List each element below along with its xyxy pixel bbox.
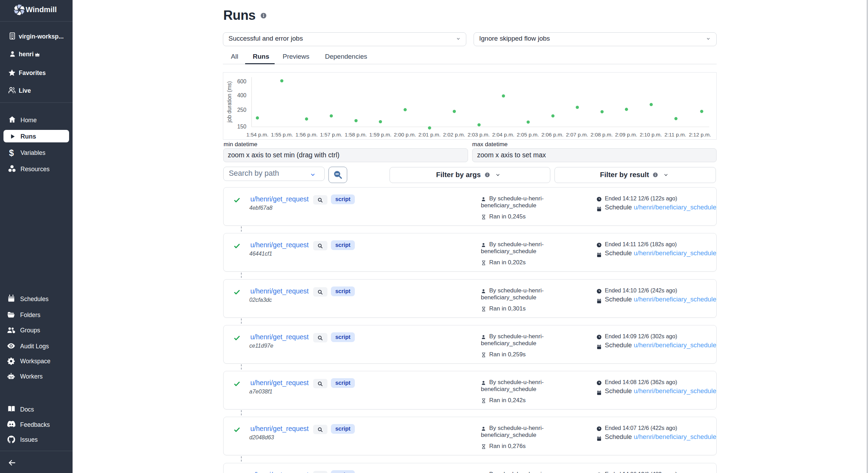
svg-text:2:12 p.m.: 2:12 p.m. (689, 132, 711, 138)
svg-text:1:57 p.m.: 1:57 p.m. (320, 132, 342, 138)
svg-text:2:08 p.m.: 2:08 p.m. (591, 132, 613, 138)
svg-text:150: 150 (237, 124, 247, 130)
svg-text:2:10 p.m.: 2:10 p.m. (640, 132, 662, 138)
svg-text:1:55 p.m.: 1:55 p.m. (271, 132, 293, 138)
svg-text:2:02 p.m.: 2:02 p.m. (443, 132, 465, 138)
svg-text:1:58 p.m.: 1:58 p.m. (345, 132, 367, 138)
svg-text:2:05 p.m.: 2:05 p.m. (517, 132, 539, 138)
svg-text:250: 250 (237, 107, 247, 113)
svg-text:2:03 p.m.: 2:03 p.m. (468, 132, 490, 138)
svg-text:job duration (ms): job duration (ms) (226, 81, 232, 123)
svg-text:2:07 p.m.: 2:07 p.m. (566, 132, 588, 138)
svg-text:2:01 p.m.: 2:01 p.m. (418, 132, 441, 138)
svg-text:1:59 p.m.: 1:59 p.m. (369, 132, 392, 138)
svg-text:2:00 p.m.: 2:00 p.m. (394, 132, 416, 138)
svg-text:2:04 p.m.: 2:04 p.m. (492, 132, 515, 138)
svg-text:1:56 p.m.: 1:56 p.m. (295, 132, 318, 138)
svg-text:1:54 p.m.: 1:54 p.m. (246, 132, 268, 138)
svg-text:600: 600 (237, 78, 247, 84)
svg-text:2:06 p.m.: 2:06 p.m. (541, 132, 564, 138)
svg-text:2:09 p.m.: 2:09 p.m. (615, 132, 637, 138)
svg-text:2:11 p.m.: 2:11 p.m. (665, 132, 686, 138)
svg-text:400: 400 (237, 92, 247, 98)
